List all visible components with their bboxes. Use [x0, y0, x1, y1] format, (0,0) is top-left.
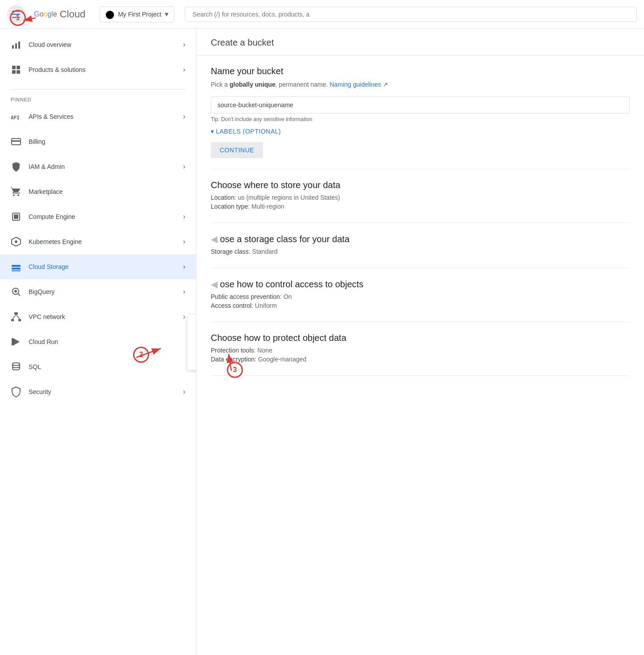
svg-text:API: API: [11, 115, 20, 121]
name-section-title: Name your bucket: [211, 66, 630, 76]
pinned-label: PINNED: [0, 93, 196, 104]
sidebar-item-label: IAM & Admin: [29, 163, 176, 170]
shield-icon: [11, 161, 21, 172]
sidebar-item-products-solutions[interactable]: Products & solutions ›: [0, 57, 196, 82]
main-content: Create a bucket Name your bucket Pick a …: [197, 29, 644, 655]
kubernetes-icon: [11, 236, 21, 247]
chevron-right-icon: ›: [183, 113, 185, 121]
sidebar-item-bigquery[interactable]: BigQuery ›: [0, 279, 196, 304]
data-encryption-label: Data encryption: [211, 356, 255, 363]
svg-rect-3: [12, 66, 16, 69]
access-control-label: Access control: [211, 302, 251, 309]
location-row: Location: us (multiple regions in United…: [211, 194, 630, 201]
submenu-item-monitoring[interactable]: Monitoring: [188, 334, 197, 350]
chevron-right-icon: ›: [183, 41, 185, 49]
storage-class-title: ◀ ose a storage class for your data: [211, 234, 630, 244]
svg-rect-1: [15, 43, 17, 49]
svg-line-24: [16, 315, 20, 319]
svg-rect-14: [12, 265, 21, 267]
sidebar-item-iam-admin[interactable]: IAM & Admin ›: [0, 154, 196, 179]
chevron-right-icon: ›: [183, 388, 185, 396]
project-name: My First Project: [118, 11, 161, 18]
sidebar-item-label: SQL: [29, 363, 185, 370]
compute-icon: [11, 211, 21, 222]
cart-icon: [11, 186, 21, 197]
input-tip: Tip: Don't include any sensitive informa…: [211, 116, 630, 122]
svg-line-18: [18, 294, 21, 296]
sidebar-item-billing[interactable]: Billing: [0, 129, 196, 154]
cloud-storage-submenu: Buckets Monitoring Settings: [188, 315, 197, 370]
hamburger-button[interactable]: [7, 5, 25, 23]
sidebar-item-label: Cloud Storage: [29, 263, 176, 270]
svg-rect-15: [12, 268, 21, 269]
sidebar-item-cloud-overview[interactable]: Cloud overview ›: [0, 32, 196, 57]
sidebar-item-cloud-storage[interactable]: Cloud Storage ›: [0, 254, 196, 279]
sidebar-item-cloud-run[interactable]: Cloud Run: [0, 329, 196, 354]
sidebar-item-label: Compute Engine: [29, 213, 176, 220]
svg-rect-22: [18, 319, 21, 321]
chevron-right-icon: ›: [183, 66, 185, 74]
chevron-right-icon: ›: [183, 313, 185, 321]
access-control-value: Uniform: [255, 302, 277, 309]
sidebar-item-apis-services[interactable]: API APIs & Services ›: [0, 104, 196, 129]
sidebar-item-label: Products & solutions: [29, 66, 176, 73]
location-type-label: Location type: [211, 203, 248, 210]
protect-section: Choose how to protect object data Protec…: [211, 322, 630, 376]
naming-guidelines-link[interactable]: Naming guidelines: [330, 81, 381, 88]
svg-rect-20: [14, 312, 18, 315]
labels-text: LABELS (OPTIONAL): [216, 128, 281, 135]
sidebar-item-label: Cloud overview: [29, 41, 176, 48]
svg-point-27: [13, 363, 20, 365]
svg-rect-0: [12, 45, 14, 49]
panel-body: Name your bucket Pick a globally unique,…: [197, 55, 644, 376]
location-value: us (multiple regions in United States): [238, 194, 340, 201]
data-encryption-value: Google-managed: [258, 356, 306, 363]
cloud-text: Cloud: [60, 8, 85, 20]
main-layout: Cloud overview › Products & solutions › …: [0, 29, 644, 655]
search-input[interactable]: [185, 7, 637, 22]
sidebar-item-label: Marketplace: [29, 188, 185, 195]
sidebar-item-compute-engine[interactable]: Compute Engine ›: [0, 204, 196, 229]
labels-toggle[interactable]: ▾ LABELS (OPTIONAL): [211, 128, 630, 135]
protection-tools-value: None: [257, 347, 272, 354]
security-shield-icon: [11, 386, 21, 397]
sidebar-item-sql[interactable]: SQL: [0, 354, 196, 379]
svg-rect-16: [12, 270, 21, 271]
create-bucket-panel: Create a bucket Name your bucket Pick a …: [197, 29, 644, 655]
sidebar-divider: [11, 89, 185, 90]
submenu-item-buckets[interactable]: Buckets: [188, 318, 197, 334]
continue-button[interactable]: CONTINUE: [211, 142, 263, 158]
location-type-row: Location type: Multi-region: [211, 203, 630, 210]
panel-title: Create a bucket: [197, 29, 644, 55]
data-encryption-row: Data encryption: Google-managed: [211, 356, 630, 363]
project-selector[interactable]: ⬤ My First Project ▾: [100, 6, 174, 22]
sidebar-item-security[interactable]: Security ›: [0, 379, 196, 404]
location-label: Location: [211, 194, 234, 201]
svg-rect-11: [14, 214, 18, 219]
sidebar-item-label: BigQuery: [29, 288, 176, 295]
grid-icon: [11, 64, 21, 75]
access-title: ◀ ose how to control access to objects: [211, 279, 630, 290]
api-icon: API: [11, 111, 21, 122]
chevron-right-icon: ›: [183, 288, 185, 296]
sidebar-item-kubernetes-engine[interactable]: Kubernetes Engine ›: [0, 229, 196, 254]
sidebar-item-label: VPC network: [29, 313, 176, 320]
submenu-item-settings[interactable]: Settings: [188, 350, 197, 366]
svg-marker-25: [13, 338, 20, 345]
sidebar-item-vpc-network[interactable]: VPC network ›: [0, 304, 196, 329]
svg-rect-4: [17, 66, 20, 69]
bold-text: globally unique: [230, 81, 276, 88]
sidebar-item-marketplace[interactable]: Marketplace: [0, 179, 196, 204]
chevron-down-icon: ▾: [165, 10, 168, 18]
chevron-right-icon: ›: [183, 213, 185, 221]
google-cloud-logo: Google Cloud: [34, 8, 85, 20]
google-text: Google: [34, 10, 57, 18]
bucket-name-input[interactable]: [211, 97, 630, 113]
svg-rect-21: [11, 319, 14, 321]
location-section-title: Choose where to store your data: [211, 180, 630, 190]
project-icon: ⬤: [105, 9, 114, 19]
svg-rect-6: [17, 70, 20, 74]
chevron-down-icon: ▾: [211, 128, 214, 135]
location-type-value: Multi-region: [251, 203, 284, 210]
public-access-value: On: [284, 293, 292, 300]
